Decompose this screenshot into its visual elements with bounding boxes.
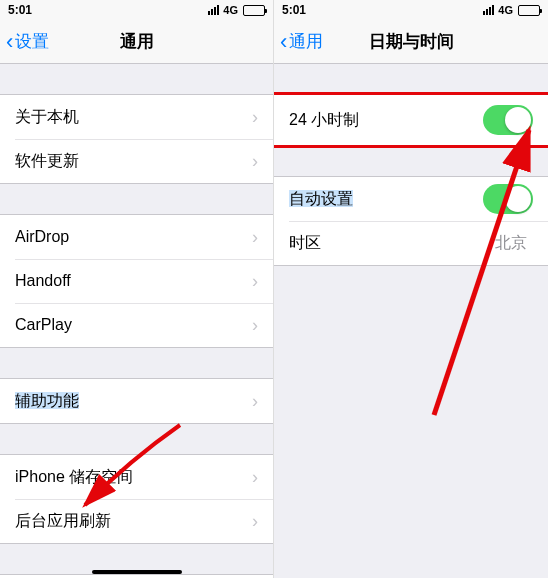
home-indicator xyxy=(92,570,182,574)
row-label: 后台应用刷新 xyxy=(15,511,252,532)
chevron-right-icon: › xyxy=(252,107,258,128)
row-airdrop[interactable]: AirDrop › xyxy=(0,215,273,259)
chevron-right-icon: › xyxy=(252,151,258,172)
status-right: 4G xyxy=(208,4,265,16)
signal-icon xyxy=(208,5,219,15)
chevron-right-icon: › xyxy=(252,467,258,488)
chevron-left-icon: ‹ xyxy=(280,31,287,53)
group-24hour: 24 小时制 xyxy=(274,94,548,146)
row-label: 软件更新 xyxy=(15,151,252,172)
signal-icon xyxy=(483,5,494,15)
back-button[interactable]: ‹ 设置 xyxy=(6,30,49,53)
toggle-24-hour[interactable] xyxy=(483,105,533,135)
page-title: 日期与时间 xyxy=(369,30,454,53)
row-label: CarPlay xyxy=(15,316,252,334)
row-24-hour[interactable]: 24 小时制 xyxy=(274,95,548,145)
battery-icon xyxy=(243,5,265,16)
row-label: 辅助功能 xyxy=(15,391,252,412)
row-label: 时区 xyxy=(289,233,495,254)
row-background-refresh[interactable]: 后台应用刷新 › xyxy=(0,499,273,543)
row-software-update[interactable]: 软件更新 › xyxy=(0,139,273,183)
row-auto-set[interactable]: 自动设置 xyxy=(274,177,548,221)
battery-icon xyxy=(518,5,540,16)
row-about[interactable]: 关于本机 › xyxy=(0,95,273,139)
status-bar: 5:01 4G xyxy=(0,0,273,20)
row-accessibility[interactable]: 辅助功能 › xyxy=(0,379,273,423)
row-label: AirDrop xyxy=(15,228,252,246)
row-timezone[interactable]: 时区 北京 xyxy=(274,221,548,265)
row-label: iPhone 储存空间 xyxy=(15,467,252,488)
group-accessibility: 辅助功能 › xyxy=(0,378,273,424)
phone-datetime: 5:01 4G ‹ 通用 日期与时间 24 小时制 自动设置 xyxy=(274,0,548,578)
page-title: 通用 xyxy=(120,30,154,53)
row-handoff[interactable]: Handoff › xyxy=(0,259,273,303)
chevron-right-icon: › xyxy=(252,511,258,532)
row-label: Handoff xyxy=(15,272,252,290)
network-label: 4G xyxy=(498,4,513,16)
back-button[interactable]: ‹ 通用 xyxy=(280,30,323,53)
row-carplay[interactable]: CarPlay › xyxy=(0,303,273,347)
status-right: 4G xyxy=(483,4,540,16)
group-auto: 自动设置 时区 北京 xyxy=(274,176,548,266)
row-label: 自动设置 xyxy=(289,189,483,210)
row-value: 北京 xyxy=(495,233,527,254)
back-label: 设置 xyxy=(15,30,49,53)
chevron-right-icon: › xyxy=(252,271,258,292)
chevron-right-icon: › xyxy=(252,391,258,412)
phone-general: 5:01 4G ‹ 设置 通用 关于本机 › 软件更新 › xyxy=(0,0,274,578)
chevron-right-icon: › xyxy=(252,227,258,248)
back-label: 通用 xyxy=(289,30,323,53)
row-storage[interactable]: iPhone 储存空间 › xyxy=(0,455,273,499)
status-time: 5:01 xyxy=(8,3,32,17)
nav-bar: ‹ 设置 通用 xyxy=(0,20,273,64)
status-time: 5:01 xyxy=(282,3,306,17)
chevron-left-icon: ‹ xyxy=(6,31,13,53)
group-about: 关于本机 › 软件更新 › xyxy=(0,94,273,184)
row-label: 24 小时制 xyxy=(289,110,483,131)
group-restrictions: 访问限制 关闭 › xyxy=(0,574,273,578)
nav-bar: ‹ 通用 日期与时间 xyxy=(274,20,548,64)
toggle-auto-set[interactable] xyxy=(483,184,533,214)
group-connectivity: AirDrop › Handoff › CarPlay › xyxy=(0,214,273,348)
network-label: 4G xyxy=(223,4,238,16)
chevron-right-icon: › xyxy=(252,315,258,336)
group-storage: iPhone 储存空间 › 后台应用刷新 › xyxy=(0,454,273,544)
status-bar: 5:01 4G xyxy=(274,0,548,20)
row-label: 关于本机 xyxy=(15,107,252,128)
